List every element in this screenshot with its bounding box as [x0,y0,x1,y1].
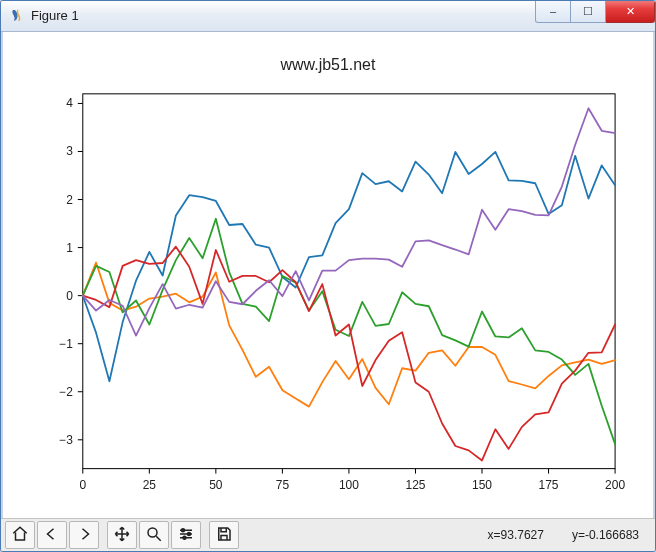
svg-text:−3: −3 [59,433,73,447]
configure-button[interactable] [171,521,201,549]
arrow-left-icon [43,525,61,546]
svg-text:200: 200 [605,477,625,491]
minimize-button[interactable]: – [535,0,571,23]
svg-text:0: 0 [79,477,86,491]
app-icon [9,8,25,24]
svg-text:100: 100 [339,477,359,491]
close-button[interactable]: ✕ [606,0,655,23]
svg-text:50: 50 [209,477,223,491]
sliders-icon [177,525,195,546]
status-y: y=-0.166683 [572,528,639,542]
move-icon [113,525,131,546]
svg-text:www.jb51.net: www.jb51.net [280,56,376,73]
svg-text:150: 150 [472,477,492,491]
svg-text:−2: −2 [59,385,73,399]
window-title: Figure 1 [31,8,535,23]
save-button[interactable] [209,521,239,549]
svg-text:125: 125 [405,477,425,491]
arrow-right-icon [75,525,93,546]
svg-text:75: 75 [276,477,290,491]
magnifier-icon [145,525,163,546]
svg-text:3: 3 [66,144,73,158]
home-button[interactable] [5,521,35,549]
toolbar: x=93.7627 y=-0.166683 [1,518,655,551]
svg-point-37 [182,528,185,531]
svg-text:1: 1 [66,240,73,254]
svg-text:175: 175 [539,477,559,491]
chart: www.jb51.net0255075100125150175200−3−2−1… [13,40,643,514]
svg-point-39 [183,536,186,539]
figure-window: Figure 1 – ☐ ✕ www.jb51.net0255075100125… [0,0,656,552]
svg-text:4: 4 [66,96,73,110]
maximize-button[interactable]: ☐ [571,0,606,23]
status-readout: x=93.7627 y=-0.166683 [488,528,639,542]
plot-canvas[interactable]: www.jb51.net0255075100125150175200−3−2−1… [1,32,655,518]
status-x: x=93.7627 [488,528,544,542]
titlebar[interactable]: Figure 1 – ☐ ✕ [1,1,655,32]
home-icon [11,525,29,546]
pan-button[interactable] [107,521,137,549]
svg-point-36 [148,528,157,537]
svg-rect-1 [83,94,615,469]
floppy-icon [215,525,233,546]
zoom-button[interactable] [139,521,169,549]
back-button[interactable] [37,521,67,549]
svg-text:0: 0 [66,288,73,302]
svg-text:−1: −1 [59,336,73,350]
svg-point-38 [188,532,191,535]
forward-button[interactable] [69,521,99,549]
svg-text:25: 25 [143,477,157,491]
svg-text:2: 2 [66,192,73,206]
